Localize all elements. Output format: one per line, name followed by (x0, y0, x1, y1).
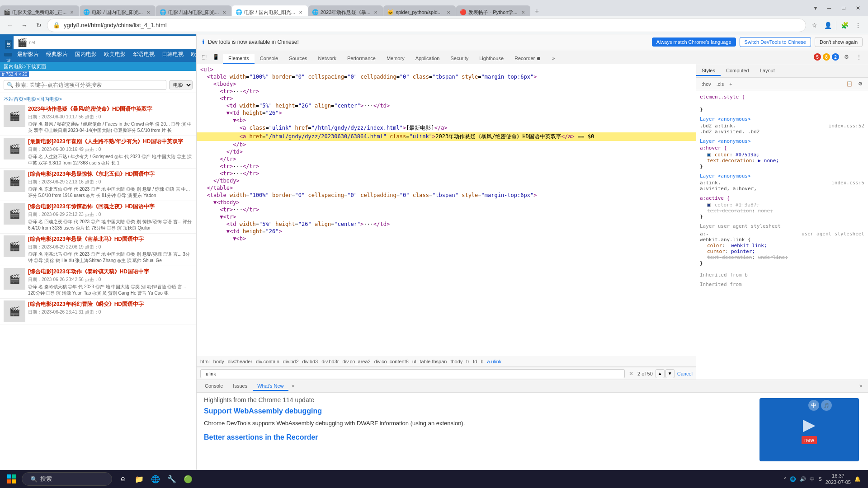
breadcrumb-item[interactable]: body (213, 359, 224, 364)
breadcrumb-item[interactable]: table.tbspan (420, 359, 447, 364)
notify-match-language-button[interactable]: Always match Chrome's language (652, 38, 736, 47)
browser-tab-tab4[interactable]: 🌐 电影 / 国内电影_阳光... ✕ (232, 5, 307, 16)
console-close-button[interactable]: ✕ (857, 383, 864, 390)
browser-tab-tab7[interactable]: 🔴 发表帖子 - Python学... ✕ (456, 5, 530, 16)
dom-search-input[interactable] (200, 369, 625, 378)
tab-close-icon[interactable]: ✕ (297, 9, 304, 16)
site-left-blu[interactable]: 蓝 (4, 53, 12, 56)
dom-line[interactable]: <td width="5%" height="26" align="center… (197, 102, 696, 109)
taskbar-icon-app5[interactable]: 🟢 (181, 472, 195, 486)
breadcrumb-item[interactable]: td (473, 359, 477, 364)
notify-dismiss-button[interactable]: Don't show again (815, 37, 863, 47)
maximize-button[interactable]: □ (837, 3, 850, 13)
notify-switch-chinese-button[interactable]: Switch DevTools to Chinese (740, 37, 811, 47)
tab-computed[interactable]: Computed (721, 66, 755, 76)
style-link-subselector[interactable]: a:visited, a:hover, (700, 186, 864, 192)
site-nav-item[interactable]: 经典影片 (42, 49, 71, 60)
tab-styles[interactable]: Styles (696, 66, 721, 76)
devtools-inspect-button[interactable]: ⬚ (198, 52, 209, 62)
style-webkit-subselector[interactable]: webkit-any-link { (700, 237, 864, 243)
breadcrumb-item[interactable]: ul (412, 359, 416, 364)
address-bar[interactable]: 🔒 ygdy8.net/html/gndy/china/list_4_1.htm… (47, 19, 806, 32)
extensions-button[interactable]: 🧩 (838, 19, 851, 32)
dom-line[interactable]: <ul> (197, 66, 696, 73)
dom-line[interactable]: <a href="/html/gndy/dyzz/20230630/63864.… (197, 132, 696, 141)
site-nav-item[interactable]: 日韩电视 (158, 49, 187, 60)
dom-search-cancel-button[interactable]: Cancel (677, 371, 693, 376)
bookmark-button[interactable]: ☆ (808, 19, 821, 32)
movie-title[interactable]: [综合电影]2023年动作《泰岭镇天稿》HD国语中字 (28, 268, 193, 276)
browser-tab-tab5[interactable]: 🌐 2023年动作悬疑《暴... ✕ (308, 5, 383, 16)
tray-antivirus-icon[interactable]: S (818, 476, 821, 482)
dom-line[interactable]: <tr> (197, 95, 696, 102)
breadcrumb-item[interactable]: div#header (228, 359, 252, 364)
style-webkit-decoration[interactable]: text-decoration: underline; (700, 254, 864, 260)
movie-title[interactable]: [综合电影]2023年科幻冒险《瞬变》HD国语中字 (28, 300, 193, 308)
taskbar-icon-files[interactable]: 📁 (132, 472, 146, 486)
profile-button[interactable]: 👤 (821, 19, 834, 32)
pseudo-state-button[interactable]: :hov (700, 80, 713, 88)
breadcrumb-item[interactable]: div.contain (256, 359, 279, 364)
dom-line[interactable]: </table> (197, 184, 696, 192)
settings-button[interactable]: ⚙ (856, 80, 864, 88)
style-selector[interactable]: element.style { (700, 94, 864, 100)
style-hover-decoration[interactable]: text-decoration: ▶ none; (700, 158, 864, 164)
style-active-color[interactable]: color: #1f3a87; (700, 202, 864, 208)
dom-line[interactable]: <table width="100%" border="0" cellspaci… (197, 73, 696, 80)
tab-close-icon[interactable]: ✕ (68, 9, 75, 16)
search-input[interactable] (15, 82, 163, 88)
dt-tab-recorder[interactable]: Recorder ⏺ (509, 54, 547, 64)
movie-title[interactable]: [综合电影]2023年悬疑惊悚《东北五仙》HD国语中字 (28, 170, 193, 178)
style-hover-selector[interactable]: a:hover { (700, 145, 864, 151)
dom-line[interactable]: <table width="100%" border="0" cellspaci… (197, 192, 696, 199)
breadcrumb-item[interactable]: html (200, 359, 210, 364)
movie-title[interactable]: 2023年动作悬疑《暴风/绝密使命》HD国语中英双字 (28, 105, 193, 113)
back-button[interactable]: ← (4, 19, 16, 32)
tab-close-icon[interactable]: ✕ (445, 9, 452, 16)
dom-search-next-button[interactable]: ▼ (665, 369, 675, 378)
dom-line[interactable]: ▼<b> (197, 235, 696, 242)
console-tab-close-button[interactable]: ✕ (289, 383, 297, 390)
taskbar-icon-chrome[interactable]: 🌐 (148, 472, 163, 486)
dom-line[interactable]: ▼<tbody> (197, 199, 696, 206)
movie-category-link[interactable]: 本站首页>电影>国内电影> (4, 96, 62, 102)
breadcrumb-item[interactable]: b (481, 359, 483, 364)
color-swatch-active[interactable] (707, 203, 711, 207)
dt-tab-performance[interactable]: Performance (342, 54, 381, 64)
search-select[interactable]: 电影 (169, 80, 193, 89)
dom-line[interactable]: <tr>···</tr> (197, 206, 696, 213)
dt-tab-network[interactable]: Network (313, 54, 342, 64)
dom-search-clear-icon[interactable]: ✕ (627, 370, 635, 377)
dt-tab-sources[interactable]: Sources (283, 54, 312, 64)
cls-button[interactable]: .cls (715, 80, 726, 88)
tab-console[interactable]: Console (200, 382, 227, 391)
site-nav-item[interactable]: 华语电视 (129, 49, 158, 60)
style-layer-anonymous-3[interactable]: Layer <anonymous> (700, 173, 864, 179)
site-nav-item[interactable]: 最新影片 (14, 49, 42, 60)
dom-line[interactable]: <tr>···</tr> (197, 88, 696, 95)
menu-button[interactable]: ⋮ (852, 19, 864, 32)
dom-line[interactable]: <td width="5%" height="26" align="center… (197, 221, 696, 228)
tray-lang-icon[interactable]: 中 (810, 476, 815, 483)
browser-tab-tab2[interactable]: 🌐 电影 / 国内电影_阳光... ✕ (80, 5, 155, 16)
dom-search-prev-button[interactable]: ▲ (656, 369, 665, 378)
tray-notification-button[interactable]: 🔔 (854, 476, 861, 482)
browser-tab-tab1[interactable]: 🎬 电影天堂_免费电影_正... ✕ (0, 5, 79, 16)
taskbar-clock[interactable]: 16:37 2023-07-05 (826, 473, 851, 486)
style-layer-anonymous-1[interactable]: Layer <anonymous> (700, 116, 864, 122)
dt-tab-[interactable]: » (547, 54, 560, 64)
tab-close-icon[interactable]: ✕ (519, 9, 527, 16)
dom-line[interactable]: <a class="ulink" href="/html/gndy/dyzz/i… (197, 124, 696, 132)
tab-close-icon[interactable]: ✕ (372, 9, 379, 16)
movie-title[interactable]: [最新电影]2023年喜剧《人生路不熟/年少有为》HD国语中英双字 (28, 138, 193, 145)
site-nav-item[interactable]: 欧美电视 (187, 49, 197, 60)
site-nav-item[interactable]: 欧美电影 (100, 49, 129, 60)
reload-button[interactable]: ↻ (33, 19, 45, 32)
tab-whats-new[interactable]: What's New (253, 382, 288, 391)
style-active-decoration[interactable]: text-decoration: none; (700, 208, 864, 214)
dom-line[interactable]: ▼<td height="26"> (197, 109, 696, 117)
copy-button[interactable]: 📋 (844, 80, 854, 88)
taskbar-icon-pycharm[interactable]: 🔧 (165, 472, 179, 486)
tab-close-icon[interactable]: ✕ (221, 9, 228, 16)
tray-volume-icon[interactable]: 🔊 (800, 476, 806, 482)
